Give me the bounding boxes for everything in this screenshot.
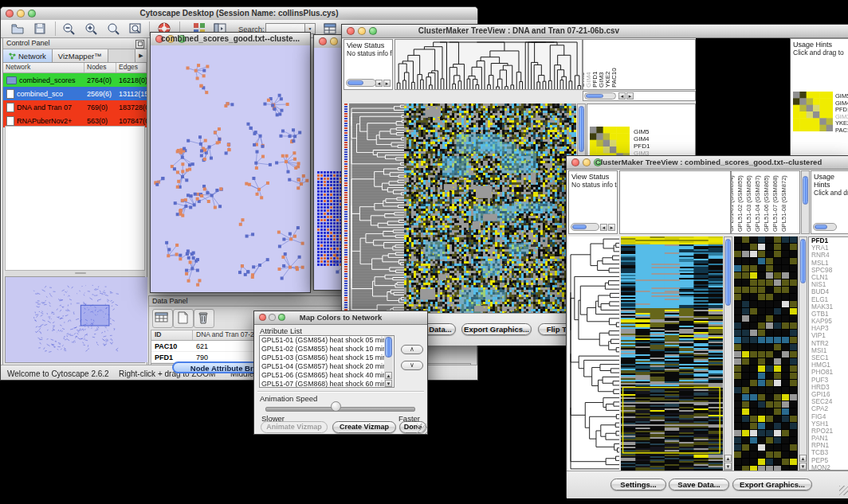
- zoom-hscrollbar[interactable]: [584, 92, 616, 100]
- tab-overflow-arrow[interactable]: ▶: [135, 49, 147, 62]
- scroll-right-icon[interactable]: ►: [608, 224, 615, 231]
- tab-network[interactable]: Network: [3, 49, 53, 62]
- attribute-list-vscrollbar[interactable]: ▲ ▼: [384, 336, 393, 387]
- view-status-hscrollbar[interactable]: [571, 223, 599, 231]
- network-table-row[interactable]: combined_sco 2569(6) 13112(15): [3, 87, 147, 100]
- network-overview-panel[interactable]: [5, 276, 145, 363]
- attribute-item[interactable]: GPL51-04 (GSM857) heat shock 20 min: [260, 362, 394, 371]
- scroll-left-icon[interactable]: ◄: [375, 80, 383, 87]
- scroll-thumb[interactable]: [800, 239, 806, 283]
- column-label[interactable]: GPL51-07 (GSM868): [771, 175, 779, 232]
- create-vizmap-button[interactable]: Create Vizmap: [332, 421, 396, 433]
- move-down-button[interactable]: ∨: [401, 361, 423, 370]
- scroll-thumb[interactable]: [347, 80, 363, 85]
- zoom-in-icon[interactable]: [84, 21, 98, 36]
- panel-splitter[interactable]: [5, 271, 145, 276]
- view-status-hscrollbar[interactable]: [346, 79, 376, 87]
- column-header-edges[interactable]: Edges: [116, 63, 147, 72]
- minimize-icon[interactable]: [330, 37, 338, 45]
- gene-label[interactable]: GIM5: [634, 128, 654, 135]
- gene-label[interactable]: GIM4: [634, 135, 654, 143]
- column-label[interactable]: PAC10: [610, 68, 618, 88]
- treeview-button[interactable]: Export Graphics...: [461, 323, 532, 335]
- attribute-item[interactable]: GPL51-01 (GSM854) heat shock 05 min: [260, 336, 394, 345]
- treeview-button[interactable]: Export Graphics...: [732, 479, 812, 490]
- network-view-titlebar[interactable]: combined_scores_good.txt--cluste...: [151, 33, 310, 46]
- zoom-out-icon[interactable]: [61, 21, 76, 36]
- column-header-network[interactable]: Network: [3, 63, 84, 72]
- new-attribute-icon[interactable]: [173, 309, 194, 328]
- attribute-select-icon[interactable]: [152, 309, 173, 328]
- treeview-button[interactable]: Save Data...: [669, 479, 729, 490]
- row-dendrogram-canvas[interactable]: [568, 236, 619, 471]
- column-label[interactable]: GPL51-04 (GSM857): [754, 175, 761, 232]
- attribute-item[interactable]: GPL51-06 (GSM865) heat shock 40 min: [260, 371, 394, 380]
- network-view-window: combined_scores_good.txt--cluste...: [150, 32, 311, 293]
- gene-label[interactable]: PAC10: [835, 127, 848, 135]
- animate-vizmap-button[interactable]: Animate Vizmap: [261, 421, 328, 433]
- scroll-down-icon[interactable]: ▼: [724, 463, 732, 470]
- column-dendrogram-canvas[interactable]: [395, 40, 582, 89]
- column-label[interactable]: GPL51-01 (GSM854): [731, 175, 735, 232]
- scroll-down-icon[interactable]: ▼: [385, 380, 392, 387]
- row-dendrogram-canvas[interactable]: [349, 104, 404, 323]
- column-label[interactable]: GPL51-06 (GSM865): [763, 175, 770, 232]
- network-canvas[interactable]: [151, 45, 310, 292]
- scroll-thumb[interactable]: [586, 94, 603, 98]
- network-overview-canvas[interactable]: [6, 277, 147, 362]
- attribute-item[interactable]: GPL51-03 (GSM856) heat shock 15 min: [260, 354, 394, 362]
- open-file-icon[interactable]: [10, 21, 25, 36]
- main-titlebar[interactable]: Cytoscape Desktop (Session Name: collins…: [1, 7, 477, 21]
- column-label[interactable]: GPL51-02 (GSM855): [736, 175, 744, 232]
- zoom-heatmap-canvas[interactable]: [734, 236, 798, 471]
- scroll-up-icon[interactable]: ▲: [724, 455, 732, 462]
- scroll-right-icon[interactable]: ►: [383, 80, 391, 87]
- scroll-thumb[interactable]: [572, 225, 587, 229]
- scroll-down-icon[interactable]: ▼: [799, 463, 807, 470]
- scroll-up-icon[interactable]: ▲: [799, 455, 807, 462]
- treeview2-titlebar[interactable]: ClusterMaker TreeView : combined_scores_…: [567, 156, 848, 170]
- column-labels-vscrollbar[interactable]: [801, 170, 810, 234]
- treeview1-titlebar[interactable]: ClusterMaker TreeView : DNA and Tran 07-…: [342, 25, 848, 38]
- scroll-up-icon[interactable]: ▲: [385, 372, 392, 379]
- global-heatmap-canvas[interactable]: [621, 236, 723, 471]
- network-table-row[interactable]: combined_scores 2764(0) 16218(0): [3, 73, 147, 87]
- column-id[interactable]: ID: [151, 330, 193, 340]
- attribute-item[interactable]: GPL51-07 (GSM868) heat shock 60 min: [260, 380, 394, 388]
- heatmap-vscrollbar[interactable]: ▲ ▼: [724, 236, 732, 471]
- resize-grip[interactable]: [417, 424, 427, 434]
- column-header-nodes[interactable]: Nodes: [84, 63, 116, 72]
- usage-hints-hscrollbar[interactable]: [813, 223, 837, 231]
- column-label[interactable]: GPL51-08 (GSM872): [780, 175, 787, 232]
- gene-label[interactable]: MON2: [811, 464, 848, 471]
- move-up-button[interactable]: ∧: [401, 345, 423, 354]
- close-icon[interactable]: [319, 37, 327, 45]
- float-panel-icon[interactable]: [135, 40, 144, 49]
- dialog-titlebar[interactable]: Map Colors to Network: [254, 311, 427, 325]
- tab-vizmapper[interactable]: VizMapper™: [53, 49, 108, 62]
- column-label[interactable]: GPL51-03 (GSM856): [745, 175, 752, 232]
- attribute-item[interactable]: GPL51-02 (GSM855) heat shock 10 min: [260, 345, 394, 354]
- treeview2-column-dendrogram-panel[interactable]: [619, 170, 731, 234]
- scroll-thumb[interactable]: [725, 239, 731, 306]
- gene-label[interactable]: PFD1: [634, 143, 654, 150]
- delete-attribute-trash-icon[interactable]: [194, 309, 214, 328]
- network-table-row[interactable]: DNA and Tran 07 769(0) 183728(0): [3, 100, 147, 114]
- zoom-selected-icon[interactable]: [106, 21, 120, 36]
- scroll-left-icon[interactable]: ◄: [618, 92, 626, 100]
- scroll-thumb[interactable]: [579, 106, 584, 152]
- scroll-thumb[interactable]: [803, 176, 808, 205]
- attribute-list[interactable]: GPL51-01 (GSM854) heat shock 05 minGPL51…: [259, 335, 395, 388]
- save-icon[interactable]: [33, 21, 47, 36]
- scroll-thumb[interactable]: [385, 337, 392, 357]
- treeview-button[interactable]: Settings...: [610, 479, 666, 490]
- slider-thumb[interactable]: [331, 401, 341, 412]
- resize-grip[interactable]: [839, 486, 848, 495]
- scroll-thumb[interactable]: [815, 225, 827, 229]
- zoom-vscrollbar[interactable]: ▲ ▼: [799, 236, 807, 471]
- zoom-heatmap-canvas-2[interactable]: [793, 92, 833, 131]
- global-heatmap-canvas[interactable]: [404, 104, 576, 323]
- scroll-left-icon[interactable]: ◄: [600, 224, 607, 231]
- scroll-right-icon[interactable]: ►: [626, 92, 634, 100]
- zoom-fit-icon[interactable]: [128, 21, 143, 36]
